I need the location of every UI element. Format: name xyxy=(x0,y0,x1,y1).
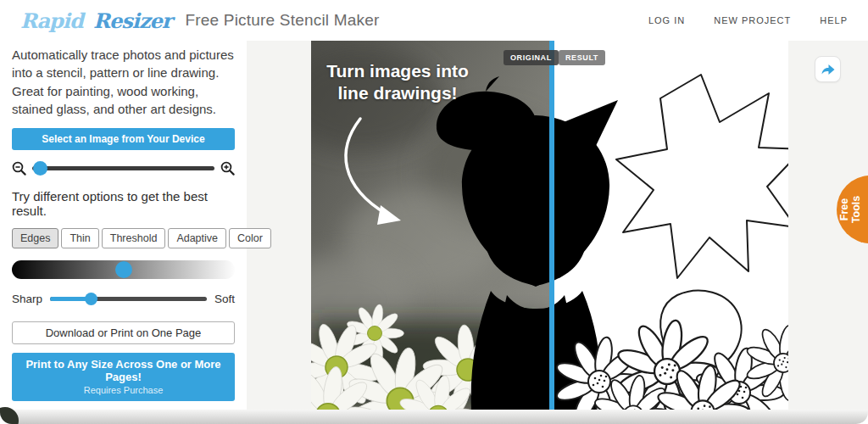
print-any-size-button[interactable]: Print to Any Size Across One or More Pag… xyxy=(12,353,235,401)
brand-logo-word2: Resizer xyxy=(93,8,171,33)
tab-edges[interactable]: Edges xyxy=(12,228,58,248)
tab-adaptive[interactable]: Adaptive xyxy=(168,228,226,248)
nav-log-in[interactable]: LOG IN xyxy=(648,15,685,25)
detail-slider-row: Sharp Soft xyxy=(12,293,235,305)
split-divider-handle[interactable] xyxy=(549,41,554,410)
threshold-slider-knob[interactable] xyxy=(115,261,132,278)
share-arrow-icon xyxy=(820,62,836,76)
free-tools-tab[interactable]: Free Tools xyxy=(837,176,868,243)
header-nav: LOG IN NEW PROJECT HELP xyxy=(648,15,848,25)
promo-line1: Turn images into xyxy=(313,60,482,82)
promo-overlay-text: Turn images into line drawings! xyxy=(313,60,482,103)
app-description: Automatically trace photos and pictures … xyxy=(12,46,235,118)
nav-new-project[interactable]: NEW PROJECT xyxy=(714,15,791,25)
sharp-label: Sharp xyxy=(12,293,42,305)
bottom-shadow-band xyxy=(0,410,868,424)
tab-color[interactable]: Color xyxy=(229,228,271,248)
threshold-gradient-slider[interactable] xyxy=(12,260,235,279)
result-badge: RESULT xyxy=(559,50,605,65)
print-button-line1: Print to Any Size Across One or More Pag… xyxy=(19,358,228,383)
tool-sidebar: Automatically trace photos and pictures … xyxy=(0,41,247,410)
free-tools-label: Free Tools xyxy=(816,176,868,243)
zoom-out-icon[interactable] xyxy=(12,161,26,176)
free-tools-line2: Tools xyxy=(850,196,862,223)
brand-logo-word1: Rapid xyxy=(20,8,83,33)
zoom-in-icon[interactable] xyxy=(220,161,235,176)
select-image-button[interactable]: Select an Image from Your Device xyxy=(12,128,235,150)
nav-help[interactable]: HELP xyxy=(820,15,848,25)
zoom-slider-knob[interactable] xyxy=(33,161,47,176)
brand-logo[interactable]: Rapid Resizer xyxy=(20,8,171,33)
sharp-soft-slider-knob[interactable] xyxy=(85,293,97,305)
header: Rapid Resizer Free Picture Stencil Maker… xyxy=(0,0,868,41)
options-hint: Try different options to get the best re… xyxy=(12,189,235,218)
promo-line2: line drawings! xyxy=(313,82,482,104)
tab-threshold[interactable]: Threshold xyxy=(102,228,166,248)
share-button[interactable] xyxy=(815,56,841,82)
download-print-button[interactable]: Download or Print on One Page xyxy=(12,321,235,344)
free-tools-line1: Free xyxy=(838,198,850,220)
sharp-soft-slider[interactable] xyxy=(50,297,207,301)
zoom-slider[interactable] xyxy=(32,166,214,170)
soft-label: Soft xyxy=(214,293,235,305)
page-title: Free Picture Stencil Maker xyxy=(185,11,379,30)
zoom-control xyxy=(12,161,235,176)
app-window: Rapid Resizer Free Picture Stencil Maker… xyxy=(0,0,868,424)
original-badge: ORIGINAL xyxy=(504,50,559,65)
tab-thin[interactable]: Thin xyxy=(61,228,98,248)
mode-tabs: Edges Thin Threshold Adaptive Color xyxy=(12,228,235,248)
print-button-line2: Requires Purchase xyxy=(19,385,228,395)
stencil-preview[interactable]: ORIGINAL RESULT Turn images into line dr… xyxy=(311,41,788,410)
